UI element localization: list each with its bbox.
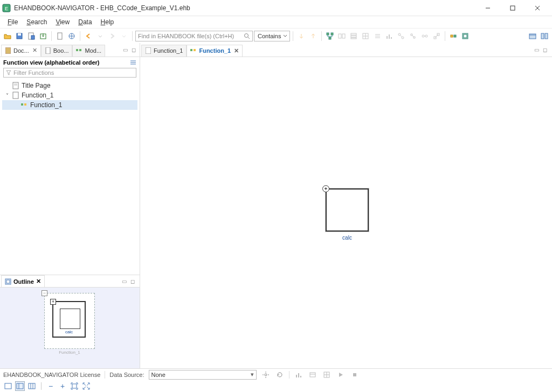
minimize-outline-icon[interactable]: ▭ [120,277,128,285]
nav-down-icon[interactable] [296,31,307,41]
tool-perspective-icon[interactable] [539,31,550,41]
canvas-block-calc[interactable]: + [326,188,369,232]
tool-rows-icon[interactable] [348,31,359,41]
tree-item-function1[interactable]: ˅ Function_1 [2,90,137,100]
back-icon[interactable] [83,31,94,41]
minimize-editor-icon[interactable]: ▭ [533,46,540,54]
layout3-icon[interactable] [27,381,37,391]
menu-search[interactable]: Search [22,17,51,27]
bottom-toolbar: − + [0,380,552,392]
datasource-combo[interactable]: None ▾ [149,370,257,380]
zoom-out-icon[interactable]: − [46,381,56,391]
tree-item-title-page[interactable]: Title Page [2,81,137,90]
gear-icon[interactable] [261,370,271,380]
plus-icon[interactable]: + [322,185,329,192]
svg-rect-40 [451,35,453,37]
view-menu-icon[interactable] [130,59,136,66]
tool-grid-icon[interactable] [360,31,371,41]
menu-help[interactable]: Help [96,17,119,27]
close-icon[interactable]: ✕ [234,47,239,54]
tab-mod[interactable]: Mod... [72,45,105,57]
menu-file[interactable]: File [3,17,22,27]
table-icon[interactable] [308,370,318,380]
tool-diagram-icon[interactable] [448,31,459,41]
tool-window-icon[interactable] [527,31,538,41]
forward-icon[interactable] [107,31,118,41]
statusbar: EHANDBOOK_NAVIGATOR License Data Source:… [0,368,552,380]
filter-functions-input[interactable]: Filter Functions [3,68,136,78]
minus-icon[interactable]: − [42,290,47,296]
app-icon: E [2,4,11,12]
datasource-value: None [151,372,165,378]
svg-rect-72 [298,373,299,377]
minimize-button[interactable] [475,0,500,16]
outline-body[interactable]: − + calc Function_1 [0,288,140,368]
license-label: EHANDBOOK_NAVIGATOR License [3,372,100,378]
maximize-view-icon[interactable]: ◻ [130,46,137,54]
tool-module-icon[interactable] [460,31,471,41]
tool-link-icon[interactable] [431,31,442,41]
export-icon[interactable] [38,31,49,41]
chevron-down-icon[interactable]: ˅ [4,93,10,99]
open-icon[interactable] [2,31,13,41]
page-icon[interactable] [54,31,65,41]
tab-doc-label: Doc... [13,47,29,54]
tool-list-icon[interactable] [372,31,383,41]
svg-rect-71 [296,375,297,377]
svg-rect-53 [190,49,192,51]
svg-rect-83 [29,383,35,389]
tool-connect-icon[interactable] [419,31,430,41]
tab-boo[interactable]: Boo... [41,45,73,57]
outline-icon [5,278,11,285]
outline-tab[interactable]: Outline ✕ [1,275,45,287]
save-page-icon[interactable] [26,31,37,41]
grid-icon[interactable] [322,370,332,380]
save-icon[interactable] [14,31,25,41]
play-icon[interactable] [336,370,346,380]
tree-function1-label: Function_1 [22,92,53,99]
filter-placeholder: Filter Functions [13,69,54,76]
search-icon[interactable] [244,33,250,39]
plus-icon[interactable]: + [50,299,56,305]
editor-canvas[interactable]: + calc [140,57,552,368]
layout1-icon[interactable] [3,381,13,391]
maximize-button[interactable] [500,0,525,16]
editor-tab-function1-page[interactable]: Function_1 [141,45,187,57]
editor-tab-function1-model[interactable]: Function_1 ✕ [187,45,243,57]
chart-icon[interactable] [294,370,303,380]
close-button[interactable] [525,0,550,16]
layout2-icon[interactable] [15,381,25,391]
tool-tree-icon[interactable] [396,31,406,41]
tab-doc[interactable]: Doc... ✕ [1,45,41,57]
search-mode-combo[interactable]: Contains [254,31,290,41]
minimize-view-icon[interactable]: ▭ [121,46,129,54]
close-icon[interactable]: ✕ [36,278,41,285]
search-input[interactable]: Find in EHANDBOOK file(s) (Ctrl+H) [135,31,253,41]
refresh-icon[interactable] [275,370,285,380]
canvas-calc-label: calc [326,235,369,241]
tree-item-function1-sub[interactable]: Function_1 [2,100,137,110]
maximize-outline-icon[interactable]: ◻ [129,277,136,285]
back-dropdown-icon[interactable] [95,31,106,41]
browser-icon[interactable] [66,31,77,41]
close-icon[interactable]: ✕ [32,47,37,54]
outline-title: Outline [13,278,34,285]
stop-icon[interactable] [350,370,360,380]
svg-rect-21 [351,36,356,37]
zoom-fit-icon[interactable] [70,381,79,391]
zoom-in-icon[interactable]: + [58,381,67,391]
menu-data[interactable]: Data [74,17,96,27]
tool-merge-icon[interactable] [408,31,418,41]
function-view-title: Function view (alphabetical order) [3,59,99,66]
forward-dropdown-icon[interactable] [119,31,129,41]
zoom-expand-icon[interactable] [81,381,91,391]
tool-structure-icon[interactable] [325,31,335,41]
tool-split-icon[interactable] [336,31,347,41]
outline-block-outer[interactable]: − + calc Function_1 [44,293,95,349]
outline-block-inner[interactable]: + calc [52,301,86,338]
menu-view[interactable]: View [51,17,74,27]
tool-chart-icon[interactable] [384,31,395,41]
nav-up-icon[interactable] [308,31,319,41]
maximize-editor-icon[interactable]: ◻ [541,46,549,54]
svg-rect-50 [76,49,78,51]
